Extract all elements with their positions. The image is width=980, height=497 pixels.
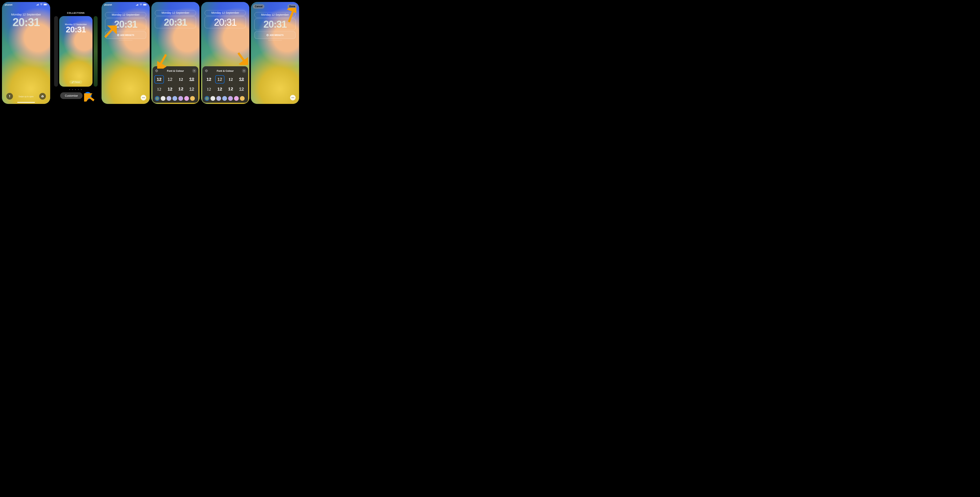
more-button[interactable] bbox=[290, 95, 296, 100]
editor-time: 20:31 bbox=[164, 18, 187, 27]
done-button[interactable]: Done bbox=[287, 4, 297, 9]
editor-date: Monday 12 September bbox=[261, 13, 289, 16]
colour-swatch-6[interactable] bbox=[234, 96, 239, 101]
editor-time: 20:31 bbox=[114, 19, 137, 29]
status-bar: plusnet bbox=[102, 3, 150, 6]
carrier-label: plusnet bbox=[5, 3, 12, 6]
font-option-8[interactable]: 12 bbox=[237, 85, 247, 93]
globe-icon[interactable] bbox=[154, 68, 159, 73]
gallery-next-peek[interactable] bbox=[94, 16, 98, 87]
svg-rect-20 bbox=[137, 4, 138, 6]
gallery-prev-peek[interactable] bbox=[54, 16, 58, 87]
colour-swatch-5[interactable] bbox=[228, 96, 233, 101]
colour-swatch-3[interactable] bbox=[216, 96, 221, 101]
svg-rect-6 bbox=[44, 4, 46, 5]
colour-swatch-2[interactable] bbox=[210, 96, 215, 101]
font-option-2[interactable]: 12 bbox=[165, 75, 175, 83]
collections-header: COLLECTIONS bbox=[52, 12, 100, 14]
sheet-title: Font & Colour bbox=[159, 69, 192, 72]
svg-point-30 bbox=[143, 97, 144, 98]
colour-swatch-7[interactable] bbox=[190, 96, 195, 101]
font-option-7[interactable]: 12 bbox=[176, 85, 186, 93]
add-wallpaper-button[interactable] bbox=[84, 92, 92, 99]
close-icon[interactable] bbox=[192, 68, 196, 73]
font-colour-sheet: Font & Colour 12 12 12 12 12 12 12 12 bbox=[153, 66, 198, 103]
font-option-3[interactable]: 12 bbox=[176, 75, 186, 83]
time-widget-frame[interactable]: 20:31 bbox=[105, 18, 146, 30]
font-option-3[interactable]: 12 bbox=[226, 75, 235, 83]
colour-swatch-1[interactable] bbox=[205, 96, 209, 101]
time-widget-frame[interactable]: 20:31 bbox=[155, 16, 196, 28]
font-grid: 12 12 12 12 12 12 12 12 bbox=[204, 75, 246, 93]
editor-panel-time: plusnet Monday 12 September 20:31 ADD WI… bbox=[102, 2, 150, 104]
sheet-title: Font & Colour bbox=[208, 69, 242, 72]
font-option-6[interactable]: 12 bbox=[165, 85, 175, 93]
status-bar: plusnet bbox=[2, 3, 50, 6]
colour-swatch-7[interactable] bbox=[240, 96, 245, 101]
editor-date: Monday 12 September bbox=[162, 11, 189, 14]
font-option-2[interactable]: 12 bbox=[215, 75, 224, 83]
svg-point-9 bbox=[42, 96, 43, 97]
globe-icon[interactable] bbox=[204, 68, 208, 73]
colour-swatch-4[interactable] bbox=[172, 96, 177, 101]
svg-point-4 bbox=[41, 5, 41, 5]
wifi-icon bbox=[40, 3, 43, 6]
focus-pill[interactable]: Focus bbox=[69, 80, 82, 84]
svg-rect-21 bbox=[138, 4, 138, 6]
add-widgets-button[interactable]: ADD WIDGETS bbox=[105, 31, 146, 39]
date-widget-frame[interactable]: Monday 12 September bbox=[155, 10, 196, 16]
svg-rect-1 bbox=[37, 5, 37, 5]
colour-swatch-5[interactable] bbox=[178, 96, 183, 101]
time-widget-frame[interactable]: 20:31 bbox=[255, 18, 296, 30]
svg-rect-7 bbox=[47, 4, 47, 5]
flashlight-button[interactable] bbox=[6, 93, 13, 100]
font-option-6[interactable]: 12 bbox=[215, 85, 224, 93]
customise-button[interactable]: Customise bbox=[60, 92, 83, 99]
editor-time: 20:31 bbox=[263, 19, 286, 29]
focus-label: Focus bbox=[75, 81, 80, 83]
svg-point-51 bbox=[291, 97, 292, 98]
signal-icon bbox=[37, 3, 39, 6]
colour-swatch-3[interactable] bbox=[167, 96, 171, 101]
gallery-current-wallpaper[interactable]: Monday 12 September 20:31 Focus bbox=[59, 16, 92, 87]
editor-date: Monday 12 September bbox=[211, 11, 239, 14]
editor-time: 20:31 bbox=[214, 18, 236, 27]
svg-point-29 bbox=[142, 97, 143, 98]
date-widget-frame[interactable]: Monday 12 September bbox=[255, 12, 296, 18]
carrier-label: plusnet bbox=[104, 3, 112, 6]
status-indicators bbox=[136, 3, 147, 6]
colour-swatch-6[interactable] bbox=[184, 96, 189, 101]
svg-rect-19 bbox=[137, 5, 137, 6]
gallery-panel: COLLECTIONS Monday 12 September 20:31 Fo… bbox=[52, 2, 100, 104]
colour-swatch-2[interactable] bbox=[161, 96, 165, 101]
svg-rect-24 bbox=[143, 4, 146, 5]
close-icon[interactable] bbox=[242, 68, 246, 73]
colour-swatch-4[interactable] bbox=[222, 96, 227, 101]
font-sheet-panel-2: Monday 12 September 20:31 Font & Colour … bbox=[201, 2, 249, 104]
svg-rect-2 bbox=[38, 4, 38, 5]
svg-rect-18 bbox=[136, 5, 137, 6]
font-option-5[interactable]: 12 bbox=[154, 85, 164, 93]
add-widgets-label: ADD WIDGETS bbox=[120, 34, 134, 36]
editor-date: Monday 12 September bbox=[112, 13, 140, 16]
font-option-4[interactable]: 12 bbox=[237, 75, 247, 83]
font-option-8[interactable]: 12 bbox=[187, 85, 197, 93]
font-option-5[interactable]: 12 bbox=[204, 85, 214, 93]
time-widget-frame[interactable]: 20:31 bbox=[205, 16, 246, 28]
date-widget-frame[interactable]: Monday 12 September bbox=[105, 12, 146, 18]
svg-rect-25 bbox=[146, 4, 147, 5]
home-indicator[interactable] bbox=[17, 102, 35, 103]
svg-rect-0 bbox=[37, 5, 37, 5]
more-button[interactable] bbox=[141, 95, 146, 100]
colour-swatch-1[interactable] bbox=[155, 96, 159, 101]
date-widget-frame[interactable]: Monday 12 September bbox=[205, 10, 246, 16]
font-option-1[interactable]: 12 bbox=[154, 75, 164, 83]
svg-rect-10 bbox=[42, 95, 43, 96]
font-option-4[interactable]: 12 bbox=[187, 75, 197, 83]
cancel-button[interactable]: Cancel bbox=[253, 4, 264, 9]
add-widgets-button[interactable]: ADD WIDGETS bbox=[255, 31, 296, 39]
font-option-1[interactable]: 12 bbox=[204, 75, 214, 83]
camera-button[interactable] bbox=[39, 93, 46, 100]
status-indicators bbox=[37, 3, 48, 6]
font-option-7[interactable]: 12 bbox=[226, 85, 235, 93]
